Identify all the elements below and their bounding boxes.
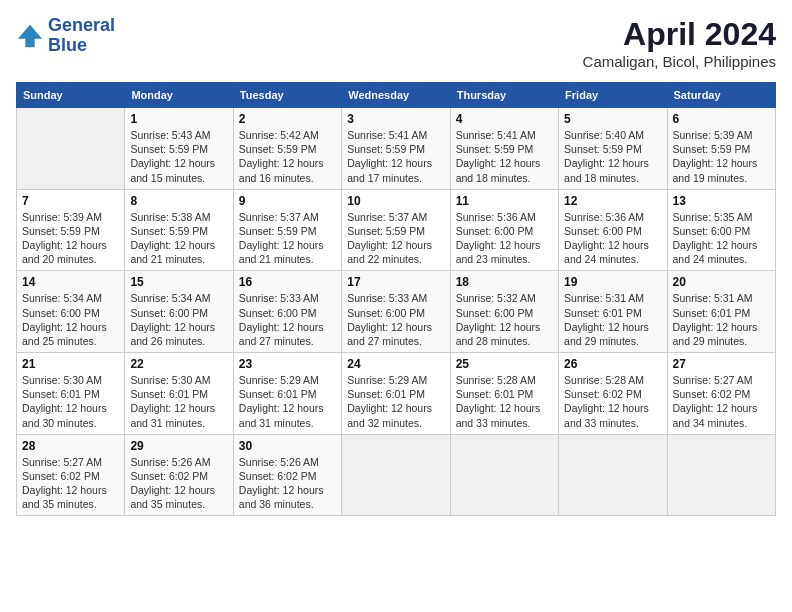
page-header: General Blue April 2024 Camaligan, Bicol… [16, 16, 776, 70]
day-number: 17 [347, 275, 444, 289]
week-row-1: 1Sunrise: 5:43 AMSunset: 5:59 PMDaylight… [17, 108, 776, 190]
day-number: 15 [130, 275, 227, 289]
calendar-cell: 23Sunrise: 5:29 AMSunset: 6:01 PMDayligh… [233, 353, 341, 435]
day-info: Sunrise: 5:41 AMSunset: 5:59 PMDaylight:… [456, 128, 553, 185]
day-info: Sunrise: 5:41 AMSunset: 5:59 PMDaylight:… [347, 128, 444, 185]
day-info: Sunrise: 5:37 AMSunset: 5:59 PMDaylight:… [239, 210, 336, 267]
calendar-cell: 4Sunrise: 5:41 AMSunset: 5:59 PMDaylight… [450, 108, 558, 190]
calendar-table: SundayMondayTuesdayWednesdayThursdayFrid… [16, 82, 776, 516]
day-info: Sunrise: 5:31 AMSunset: 6:01 PMDaylight:… [673, 291, 770, 348]
day-number: 8 [130, 194, 227, 208]
location: Camaligan, Bicol, Philippines [583, 53, 776, 70]
week-row-5: 28Sunrise: 5:27 AMSunset: 6:02 PMDayligh… [17, 434, 776, 516]
day-number: 12 [564, 194, 661, 208]
calendar-cell: 8Sunrise: 5:38 AMSunset: 5:59 PMDaylight… [125, 189, 233, 271]
calendar-header: SundayMondayTuesdayWednesdayThursdayFrid… [17, 83, 776, 108]
calendar-cell [342, 434, 450, 516]
header-day-monday: Monday [125, 83, 233, 108]
day-number: 13 [673, 194, 770, 208]
calendar-cell: 20Sunrise: 5:31 AMSunset: 6:01 PMDayligh… [667, 271, 775, 353]
day-number: 6 [673, 112, 770, 126]
day-number: 7 [22, 194, 119, 208]
day-info: Sunrise: 5:43 AMSunset: 5:59 PMDaylight:… [130, 128, 227, 185]
calendar-cell: 21Sunrise: 5:30 AMSunset: 6:01 PMDayligh… [17, 353, 125, 435]
calendar-cell: 1Sunrise: 5:43 AMSunset: 5:59 PMDaylight… [125, 108, 233, 190]
day-info: Sunrise: 5:40 AMSunset: 5:59 PMDaylight:… [564, 128, 661, 185]
logo: General Blue [16, 16, 115, 56]
day-number: 30 [239, 439, 336, 453]
calendar-cell: 25Sunrise: 5:28 AMSunset: 6:01 PMDayligh… [450, 353, 558, 435]
calendar-cell: 2Sunrise: 5:42 AMSunset: 5:59 PMDaylight… [233, 108, 341, 190]
calendar-cell: 10Sunrise: 5:37 AMSunset: 5:59 PMDayligh… [342, 189, 450, 271]
day-info: Sunrise: 5:36 AMSunset: 6:00 PMDaylight:… [564, 210, 661, 267]
day-number: 26 [564, 357, 661, 371]
day-number: 20 [673, 275, 770, 289]
day-info: Sunrise: 5:29 AMSunset: 6:01 PMDaylight:… [239, 373, 336, 430]
week-row-4: 21Sunrise: 5:30 AMSunset: 6:01 PMDayligh… [17, 353, 776, 435]
day-number: 11 [456, 194, 553, 208]
header-day-friday: Friday [559, 83, 667, 108]
calendar-cell: 22Sunrise: 5:30 AMSunset: 6:01 PMDayligh… [125, 353, 233, 435]
day-info: Sunrise: 5:39 AMSunset: 5:59 PMDaylight:… [673, 128, 770, 185]
calendar-cell: 7Sunrise: 5:39 AMSunset: 5:59 PMDaylight… [17, 189, 125, 271]
month-year: April 2024 [583, 16, 776, 53]
day-info: Sunrise: 5:38 AMSunset: 5:59 PMDaylight:… [130, 210, 227, 267]
day-number: 2 [239, 112, 336, 126]
calendar-cell: 6Sunrise: 5:39 AMSunset: 5:59 PMDaylight… [667, 108, 775, 190]
day-number: 22 [130, 357, 227, 371]
calendar-cell: 12Sunrise: 5:36 AMSunset: 6:00 PMDayligh… [559, 189, 667, 271]
day-number: 29 [130, 439, 227, 453]
day-number: 5 [564, 112, 661, 126]
day-number: 1 [130, 112, 227, 126]
calendar-cell: 9Sunrise: 5:37 AMSunset: 5:59 PMDaylight… [233, 189, 341, 271]
day-info: Sunrise: 5:42 AMSunset: 5:59 PMDaylight:… [239, 128, 336, 185]
header-row: SundayMondayTuesdayWednesdayThursdayFrid… [17, 83, 776, 108]
calendar-cell: 16Sunrise: 5:33 AMSunset: 6:00 PMDayligh… [233, 271, 341, 353]
title-block: April 2024 Camaligan, Bicol, Philippines [583, 16, 776, 70]
day-info: Sunrise: 5:32 AMSunset: 6:00 PMDaylight:… [456, 291, 553, 348]
day-number: 25 [456, 357, 553, 371]
day-info: Sunrise: 5:26 AMSunset: 6:02 PMDaylight:… [130, 455, 227, 512]
day-number: 4 [456, 112, 553, 126]
calendar-cell: 15Sunrise: 5:34 AMSunset: 6:00 PMDayligh… [125, 271, 233, 353]
calendar-cell [17, 108, 125, 190]
day-number: 9 [239, 194, 336, 208]
day-info: Sunrise: 5:35 AMSunset: 6:00 PMDaylight:… [673, 210, 770, 267]
day-number: 18 [456, 275, 553, 289]
calendar-cell: 5Sunrise: 5:40 AMSunset: 5:59 PMDaylight… [559, 108, 667, 190]
calendar-cell: 18Sunrise: 5:32 AMSunset: 6:00 PMDayligh… [450, 271, 558, 353]
day-number: 10 [347, 194, 444, 208]
day-number: 28 [22, 439, 119, 453]
calendar-cell [559, 434, 667, 516]
day-info: Sunrise: 5:27 AMSunset: 6:02 PMDaylight:… [673, 373, 770, 430]
day-number: 21 [22, 357, 119, 371]
svg-marker-0 [18, 25, 42, 47]
day-number: 14 [22, 275, 119, 289]
day-info: Sunrise: 5:26 AMSunset: 6:02 PMDaylight:… [239, 455, 336, 512]
calendar-cell: 30Sunrise: 5:26 AMSunset: 6:02 PMDayligh… [233, 434, 341, 516]
calendar-cell [450, 434, 558, 516]
calendar-cell: 19Sunrise: 5:31 AMSunset: 6:01 PMDayligh… [559, 271, 667, 353]
day-info: Sunrise: 5:34 AMSunset: 6:00 PMDaylight:… [22, 291, 119, 348]
day-info: Sunrise: 5:39 AMSunset: 5:59 PMDaylight:… [22, 210, 119, 267]
week-row-3: 14Sunrise: 5:34 AMSunset: 6:00 PMDayligh… [17, 271, 776, 353]
header-day-thursday: Thursday [450, 83, 558, 108]
day-info: Sunrise: 5:28 AMSunset: 6:02 PMDaylight:… [564, 373, 661, 430]
day-info: Sunrise: 5:33 AMSunset: 6:00 PMDaylight:… [347, 291, 444, 348]
day-number: 24 [347, 357, 444, 371]
day-number: 19 [564, 275, 661, 289]
day-info: Sunrise: 5:30 AMSunset: 6:01 PMDaylight:… [22, 373, 119, 430]
day-info: Sunrise: 5:28 AMSunset: 6:01 PMDaylight:… [456, 373, 553, 430]
day-info: Sunrise: 5:27 AMSunset: 6:02 PMDaylight:… [22, 455, 119, 512]
day-info: Sunrise: 5:29 AMSunset: 6:01 PMDaylight:… [347, 373, 444, 430]
day-info: Sunrise: 5:33 AMSunset: 6:00 PMDaylight:… [239, 291, 336, 348]
logo-text: General Blue [48, 16, 115, 56]
calendar-cell: 11Sunrise: 5:36 AMSunset: 6:00 PMDayligh… [450, 189, 558, 271]
day-info: Sunrise: 5:37 AMSunset: 5:59 PMDaylight:… [347, 210, 444, 267]
calendar-cell: 17Sunrise: 5:33 AMSunset: 6:00 PMDayligh… [342, 271, 450, 353]
calendar-cell: 29Sunrise: 5:26 AMSunset: 6:02 PMDayligh… [125, 434, 233, 516]
calendar-cell: 24Sunrise: 5:29 AMSunset: 6:01 PMDayligh… [342, 353, 450, 435]
calendar-cell: 13Sunrise: 5:35 AMSunset: 6:00 PMDayligh… [667, 189, 775, 271]
calendar-cell: 14Sunrise: 5:34 AMSunset: 6:00 PMDayligh… [17, 271, 125, 353]
calendar-cell: 28Sunrise: 5:27 AMSunset: 6:02 PMDayligh… [17, 434, 125, 516]
